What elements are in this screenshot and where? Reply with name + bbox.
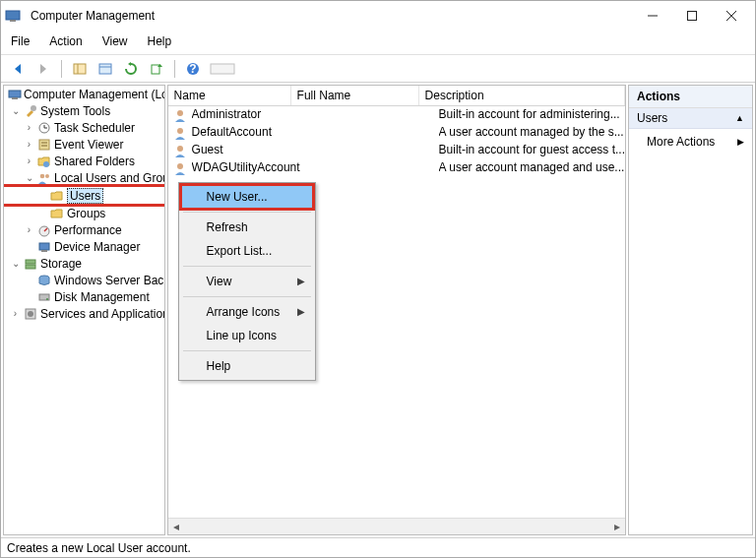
menu-separator <box>183 212 311 213</box>
menu-help[interactable]: Help <box>146 32 174 50</box>
folder-icon <box>49 188 65 204</box>
expand-icon[interactable]: › <box>24 224 34 235</box>
list-row[interactable]: DefaultAccountA user account managed by … <box>168 124 625 142</box>
svg-rect-28 <box>39 243 49 250</box>
list-header: Name Full Name Description <box>168 86 625 106</box>
tree-event-viewer[interactable]: › Event Viewer <box>4 136 165 153</box>
list-row[interactable]: AdministratorBuilt-in account for admini… <box>168 106 625 124</box>
user-icon <box>172 125 188 141</box>
tree-users[interactable]: Users <box>4 187 165 204</box>
tree-windows-server-backup[interactable]: Windows Server Backup <box>4 272 165 288</box>
menu-export-list[interactable]: Export List... <box>181 239 313 263</box>
show-hide-tree-button[interactable] <box>69 58 91 80</box>
forward-button[interactable] <box>32 58 54 80</box>
toolbar: ? <box>1 55 755 83</box>
tree-storage[interactable]: ⌄ Storage <box>4 255 165 272</box>
app-icon <box>5 8 21 24</box>
column-name[interactable]: Name <box>168 86 291 105</box>
tree-device-manager[interactable]: Device Manager <box>4 238 165 255</box>
collapse-icon[interactable]: ⌄ <box>10 258 21 269</box>
users-icon <box>36 170 52 186</box>
expand-icon[interactable]: › <box>24 139 34 150</box>
main-area: Computer Management (Local) ⌄ System Too… <box>1 83 755 537</box>
svg-rect-8 <box>99 64 111 74</box>
window-title: Computer Management <box>27 9 633 23</box>
svg-text:?: ? <box>189 62 196 76</box>
menu-view[interactable]: View▶ <box>181 270 313 293</box>
collapse-icon[interactable]: ⌄ <box>10 105 21 116</box>
menu-view[interactable]: View <box>100 32 130 50</box>
expand-icon[interactable]: › <box>24 155 34 166</box>
svg-rect-30 <box>26 260 35 264</box>
menu-file[interactable]: File <box>9 32 32 50</box>
submenu-arrow-icon: ▶ <box>297 276 305 286</box>
user-list[interactable]: Name Full Name Description Administrator… <box>167 85 626 535</box>
scroll-right-icon[interactable]: ▸ <box>608 519 625 534</box>
column-description[interactable]: Description <box>419 86 625 105</box>
actions-more[interactable]: More Actions ▶ <box>629 129 752 155</box>
menu-lineup-icons[interactable]: Line up Icons <box>181 324 313 347</box>
menu-arrange-icons[interactable]: Arrange Icons▶ <box>181 300 313 324</box>
back-button[interactable] <box>7 58 29 80</box>
tree-users-label: Users <box>67 188 103 204</box>
list-row[interactable]: GuestBuilt-in account for guest access t… <box>168 142 625 159</box>
tree-services-applications[interactable]: › Services and Applications <box>4 305 165 322</box>
menu-help[interactable]: Help <box>181 354 313 378</box>
user-icon <box>172 143 188 158</box>
svg-point-24 <box>40 173 45 178</box>
svg-rect-6 <box>74 64 86 74</box>
tree-groups[interactable]: Groups <box>4 205 165 221</box>
svg-point-23 <box>43 161 49 167</box>
performance-icon <box>36 222 52 238</box>
services-icon <box>23 306 38 322</box>
export-button[interactable] <box>146 58 167 80</box>
user-icon <box>172 160 188 176</box>
scroll-left-icon[interactable]: ◂ <box>168 519 185 534</box>
tree-system-tools[interactable]: ⌄ System Tools <box>4 102 165 119</box>
svg-point-36 <box>28 311 33 317</box>
tree-disk-management[interactable]: Disk Management <box>4 288 165 305</box>
help-button[interactable]: ? <box>182 58 204 80</box>
list-row[interactable]: WDAGUtilityAccountA user account managed… <box>168 159 625 177</box>
disk-icon <box>36 289 52 305</box>
toolbar-separator <box>61 60 62 78</box>
tree-task-scheduler[interactable]: › Task Scheduler <box>4 119 165 136</box>
nav-tree[interactable]: Computer Management (Local) ⌄ System Too… <box>3 85 165 535</box>
menu-action[interactable]: Action <box>47 32 84 50</box>
collapse-icon: ▲ <box>735 113 744 123</box>
actions-pane: Actions Users ▲ More Actions ▶ <box>628 85 753 535</box>
tree-root[interactable]: Computer Management (Local) <box>4 86 165 102</box>
tree-performance[interactable]: › Performance <box>4 221 165 238</box>
properties-button[interactable] <box>94 58 116 80</box>
minimize-button[interactable] <box>633 2 672 30</box>
expand-icon[interactable]: › <box>10 308 21 319</box>
svg-rect-3 <box>688 12 697 21</box>
refresh-button[interactable] <box>120 58 142 80</box>
status-bar: Creates a new Local User account. <box>1 537 755 557</box>
toolbar-separator <box>174 60 175 78</box>
column-fullname[interactable]: Full Name <box>291 86 419 105</box>
svg-rect-31 <box>26 265 35 269</box>
actions-sub-header[interactable]: Users ▲ <box>629 108 752 129</box>
svg-point-38 <box>177 128 183 134</box>
computer-icon <box>8 87 22 102</box>
backup-icon <box>36 273 52 288</box>
svg-point-37 <box>177 110 183 116</box>
close-button[interactable] <box>712 2 751 30</box>
toolbar-extra-button[interactable] <box>208 58 237 80</box>
context-menu: New User... Refresh Export List... View▶… <box>178 182 316 381</box>
svg-rect-1 <box>10 20 16 22</box>
title-bar: Computer Management <box>1 1 755 31</box>
svg-rect-15 <box>12 97 18 99</box>
event-icon <box>36 137 52 153</box>
tree-local-users-groups[interactable]: ⌄ Local Users and Groups <box>4 169 165 186</box>
storage-icon <box>23 256 38 272</box>
horizontal-scrollbar[interactable]: ◂ ▸ <box>168 518 625 534</box>
menu-refresh[interactable]: Refresh <box>181 216 313 239</box>
expand-icon[interactable]: › <box>24 122 34 133</box>
collapse-icon[interactable]: ⌄ <box>24 172 34 183</box>
tree-shared-folders[interactable]: › Shared Folders <box>4 153 165 169</box>
maximize-button[interactable] <box>672 2 712 30</box>
menu-new-user[interactable]: New User... <box>181 185 313 209</box>
menu-bar: File Action View Help <box>1 31 755 55</box>
